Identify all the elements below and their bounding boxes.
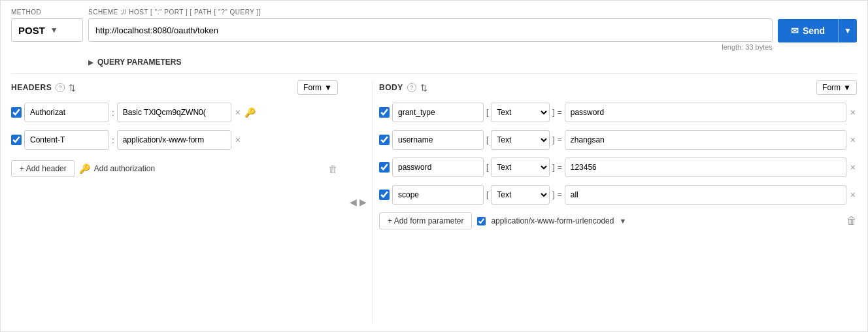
- body-row-1-checkbox[interactable]: [379, 107, 390, 118]
- top-bar: METHOD POST ▼ SCHEME :// HOST [ ":" PORT…: [11, 8, 857, 51]
- method-section: METHOD POST ▼: [11, 8, 83, 42]
- header-row-1-value[interactable]: [117, 103, 231, 122]
- headers-form-label: Form: [303, 83, 322, 92]
- body-row-2-delete-icon[interactable]: ×: [849, 133, 857, 146]
- body-row-2-equals: =: [558, 135, 562, 144]
- body-row-1-value[interactable]: [565, 103, 846, 122]
- nav-arrows: ◀ ▶: [344, 80, 372, 324]
- header-row: : × 🔑: [11, 103, 338, 122]
- url-section: SCHEME :// HOST [ ":" PORT ] [ PATH [ "?…: [88, 8, 773, 51]
- header-row-2-delete-icon[interactable]: ×: [234, 133, 242, 146]
- body-row-4-bracket-open: [: [486, 190, 488, 199]
- body-row-4-key[interactable]: [392, 185, 484, 205]
- add-auth-icon: 🔑: [79, 163, 90, 174]
- add-header-label: + Add header: [20, 164, 67, 173]
- body-row-1-key[interactable]: [392, 103, 484, 122]
- headers-title: HEADERS: [11, 83, 52, 92]
- header-row-2-checkbox[interactable]: [11, 135, 22, 145]
- body-row-2-checkbox[interactable]: [379, 135, 390, 145]
- headers-form-chevron-icon: ▼: [324, 83, 332, 92]
- send-icon: ✉: [791, 25, 799, 36]
- header-actions: + Add header 🔑 Add authorization 🗑: [11, 160, 338, 177]
- url-input[interactable]: [88, 18, 773, 42]
- query-params-label: QUERY PARAMETERS: [97, 58, 181, 67]
- body-row-3-delete-icon[interactable]: ×: [849, 161, 857, 174]
- send-label: Send: [803, 25, 825, 36]
- body-help-icon[interactable]: ?: [407, 83, 416, 92]
- body-row-1: [ Text File ] = ×: [379, 103, 857, 122]
- method-dropdown[interactable]: POST ▼: [11, 18, 83, 42]
- body-row-3-key[interactable]: [392, 158, 484, 177]
- body-sort-icon[interactable]: ⇅: [420, 83, 427, 93]
- headers-sort-icon[interactable]: ⇅: [69, 83, 76, 93]
- body-row-3: [ Text File ] = ×: [379, 158, 857, 177]
- body-row-3-bracket-close: ]: [552, 163, 554, 172]
- body-row-4-value[interactable]: [565, 185, 846, 205]
- header-row-1-key-icon[interactable]: 🔑: [244, 107, 256, 118]
- header-row-1-key[interactable]: [24, 103, 109, 122]
- body-row-3-bracket-open: [: [486, 163, 488, 172]
- query-params-bar[interactable]: ▶ QUERY PARAMETERS: [11, 58, 857, 67]
- send-btn-group: ✉ Send ▼: [778, 19, 857, 42]
- header-row-1-checkbox[interactable]: [11, 107, 22, 118]
- body-footer-row: + Add form parameter application/x-www-f…: [379, 212, 857, 229]
- header-row-1-delete-icon[interactable]: ×: [234, 106, 242, 119]
- headers-form-dropdown[interactable]: Form ▼: [297, 80, 338, 95]
- nav-left-arrow-icon[interactable]: ◀: [350, 197, 357, 207]
- body-panel-header: BODY ? ⇅ Form ▼: [379, 80, 857, 95]
- header-row-2-colon: :: [112, 135, 114, 145]
- body-row-2: [ Text File ] = ×: [379, 130, 857, 150]
- headers-help-icon[interactable]: ?: [56, 83, 65, 92]
- body-title: BODY: [379, 83, 403, 92]
- body-form-dropdown[interactable]: Form ▼: [816, 80, 857, 95]
- body-footer-delete-icon[interactable]: 🗑: [846, 215, 857, 227]
- body-row-2-bracket-open: [: [486, 135, 488, 144]
- content-type-checkbox[interactable]: [477, 217, 486, 225]
- content-type-label: application/x-www-form-urlencoded: [491, 216, 614, 225]
- body-form-label: Form: [822, 83, 841, 92]
- url-length: length: 33 bytes: [88, 43, 773, 51]
- body-row-2-bracket-close: ]: [552, 135, 554, 144]
- header-row-2-key[interactable]: [24, 130, 109, 150]
- body-row-4-delete-icon[interactable]: ×: [849, 188, 857, 201]
- add-form-param-label: + Add form parameter: [388, 216, 463, 225]
- body-row-4-checkbox[interactable]: [379, 190, 390, 200]
- body-row-2-type-select[interactable]: Text File: [491, 130, 550, 150]
- add-authorization-button[interactable]: Add authorization: [94, 164, 155, 173]
- headers-panel-header: HEADERS ? ⇅ Form ▼: [11, 80, 338, 95]
- body-row-4-type-select[interactable]: Text File: [491, 185, 550, 205]
- body-form-chevron-icon: ▼: [843, 83, 851, 92]
- url-label: SCHEME :// HOST [ ":" PORT ] [ PATH [ "?…: [88, 8, 773, 16]
- body-row-4-equals: =: [558, 190, 562, 199]
- header-row-2: : ×: [11, 130, 338, 150]
- header-row-2-value[interactable]: [117, 130, 231, 150]
- content-type-chevron-icon[interactable]: ▼: [619, 217, 626, 225]
- body-panel: BODY ? ⇅ Form ▼ [ Text File ] =: [372, 80, 857, 324]
- query-params-triangle-icon: ▶: [88, 59, 93, 66]
- body-row-2-value[interactable]: [565, 130, 846, 150]
- header-row-1-colon: :: [112, 108, 114, 118]
- body-row-1-type-select[interactable]: Text File: [491, 103, 550, 122]
- headers-panel: HEADERS ? ⇅ Form ▼ : × 🔑: [11, 80, 344, 324]
- send-arrow-icon: ▼: [844, 26, 852, 35]
- content-area: HEADERS ? ⇅ Form ▼ : × 🔑: [11, 73, 857, 324]
- add-form-param-button[interactable]: + Add form parameter: [379, 212, 472, 229]
- method-value: POST: [18, 25, 45, 36]
- body-row-1-bracket-close: ]: [552, 108, 554, 117]
- body-row-1-equals: =: [558, 108, 562, 117]
- body-row-3-checkbox[interactable]: [379, 162, 390, 173]
- method-label: METHOD: [11, 8, 83, 16]
- nav-right-arrow-icon[interactable]: ▶: [359, 197, 367, 207]
- body-row-3-equals: =: [558, 163, 562, 172]
- body-row-2-key[interactable]: [392, 130, 484, 150]
- add-header-button[interactable]: + Add header: [11, 160, 75, 177]
- body-row-1-delete-icon[interactable]: ×: [849, 106, 857, 119]
- send-dropdown-button[interactable]: ▼: [838, 19, 857, 42]
- main-container: METHOD POST ▼ SCHEME :// HOST [ ":" PORT…: [0, 0, 868, 332]
- body-row-3-type-select[interactable]: Text File: [491, 158, 550, 177]
- body-row-3-value[interactable]: [565, 158, 846, 177]
- headers-delete-icon[interactable]: 🗑: [328, 163, 338, 174]
- body-row-1-bracket-open: [: [486, 108, 488, 117]
- body-row-4-bracket-close: ]: [552, 190, 554, 199]
- send-button[interactable]: ✉ Send: [778, 19, 838, 42]
